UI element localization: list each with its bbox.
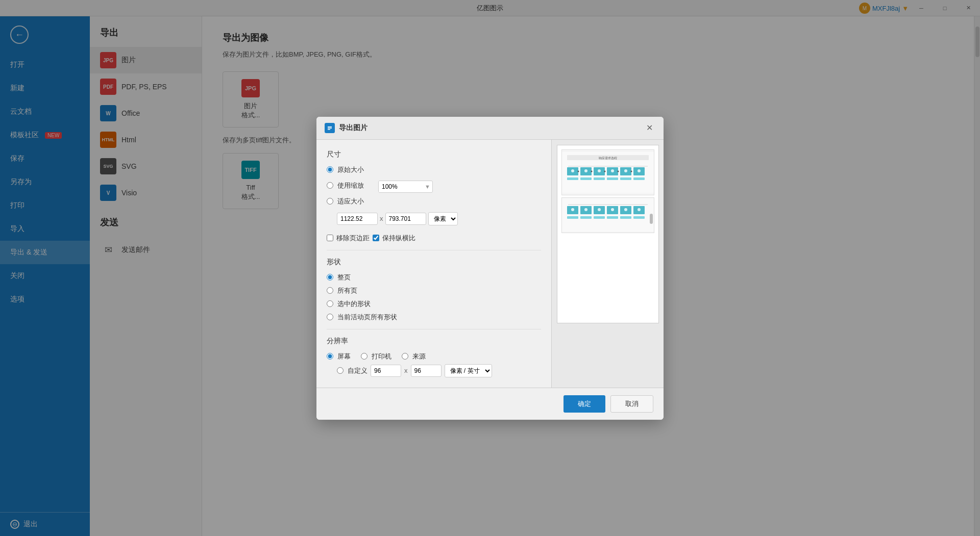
- shape-radio-group: 整页 所有页 选中的形状 当前活动页所有形状: [327, 273, 541, 322]
- svg-point-16: [598, 169, 601, 172]
- size-radio-group: 原始大小 使用缩放 ▼ 适应大小: [327, 165, 541, 243]
- shape-section-label: 形状: [327, 258, 541, 267]
- svg-point-40: [584, 208, 587, 211]
- svg-point-39: [571, 208, 574, 211]
- modal-header-left: 导出图片: [325, 123, 368, 133]
- modal-body: 尺寸 原始大小 使用缩放 ▼: [316, 140, 664, 388]
- custom-y-input[interactable]: [411, 365, 442, 377]
- svg-point-28: [604, 170, 605, 172]
- modal-overlay: 导出图片 ✕ 尺寸 原始大小 使用缩放: [0, 0, 980, 536]
- zoom-input-area: ▼: [378, 181, 433, 193]
- res-option-screen: 屏幕: [327, 352, 351, 361]
- width-input[interactable]: [337, 213, 378, 225]
- modal-close-button[interactable]: ✕: [643, 122, 655, 134]
- preview-area: 响应需求选程: [557, 145, 659, 323]
- remove-margin-checkbox[interactable]: [327, 235, 333, 241]
- svg-rect-1: [328, 126, 332, 127]
- svg-rect-46: [580, 216, 592, 219]
- size-original-radio[interactable]: [327, 166, 333, 173]
- preview-image-bottom: [561, 197, 654, 233]
- size-fit-radio[interactable]: [327, 198, 333, 205]
- modal-title: 导出图片: [339, 123, 368, 133]
- custom-x-input[interactable]: [371, 365, 401, 377]
- cancel-button[interactable]: 取消: [610, 395, 653, 413]
- custom-x-separator: x: [404, 367, 408, 374]
- size-fit-label[interactable]: 适应大小: [337, 197, 364, 206]
- svg-rect-48: [607, 216, 618, 219]
- svg-point-29: [617, 170, 619, 172]
- svg-point-17: [611, 169, 614, 172]
- keep-ratio-label[interactable]: 保持纵横比: [382, 234, 415, 243]
- remove-margin-label[interactable]: 移除页边距: [336, 234, 370, 243]
- shape-option-current: 当前活动页所有形状: [327, 313, 541, 322]
- shape-option-allpages: 所有页: [327, 286, 541, 295]
- size-zoom-radio[interactable]: [327, 182, 333, 189]
- res-print-label[interactable]: 打印机: [372, 352, 391, 361]
- res-option-print: 打印机: [361, 352, 391, 361]
- svg-text:响应需求选程: 响应需求选程: [599, 156, 617, 160]
- res-custom-label[interactable]: 自定义: [348, 366, 368, 375]
- modal-right: 响应需求选程: [551, 140, 664, 388]
- size-option-original: 原始大小: [327, 165, 541, 174]
- res-radio-row: 屏幕 打印机 来源: [327, 352, 541, 361]
- res-source-label[interactable]: 来源: [412, 352, 426, 361]
- res-section-label: 分辨率: [327, 337, 541, 346]
- modal-left: 尺寸 原始大小 使用缩放 ▼: [316, 140, 551, 388]
- shape-option-fullpage: 整页: [327, 273, 541, 282]
- res-print-radio[interactable]: [361, 353, 368, 360]
- custom-unit-select[interactable]: 像素 / 英寸: [445, 364, 492, 377]
- zoom-value-input[interactable]: [379, 181, 425, 192]
- modal-footer: 确定 取消: [316, 388, 664, 420]
- size-original-label[interactable]: 原始大小: [337, 165, 364, 174]
- svg-rect-3: [328, 129, 330, 130]
- svg-rect-23: [607, 177, 618, 180]
- svg-rect-49: [620, 216, 631, 219]
- svg-point-41: [598, 208, 601, 211]
- svg-rect-45: [567, 216, 578, 219]
- res-screen-label[interactable]: 屏幕: [337, 352, 351, 361]
- svg-point-27: [591, 170, 592, 172]
- shape-current-label[interactable]: 当前活动页所有形状: [337, 313, 397, 322]
- svg-rect-20: [567, 177, 578, 180]
- shape-selected-radio[interactable]: [327, 300, 333, 307]
- svg-rect-25: [633, 177, 645, 180]
- svg-point-30: [630, 170, 632, 172]
- svg-point-18: [624, 169, 627, 172]
- preview-svg-top: 响应需求选程: [562, 152, 654, 193]
- svg-point-42: [611, 208, 614, 211]
- res-custom-radio-row: 自定义: [337, 366, 368, 375]
- svg-rect-21: [580, 177, 592, 180]
- res-screen-radio[interactable]: [327, 353, 333, 360]
- shape-selected-label[interactable]: 选中的形状: [337, 299, 371, 309]
- x-separator: x: [380, 215, 383, 222]
- zoom-input-wrap: ▼: [378, 181, 433, 193]
- size-section-label: 尺寸: [327, 150, 541, 159]
- shape-option-selected: 选中的形状: [327, 299, 541, 309]
- custom-inputs-row: 自定义 x 像素 / 英寸: [337, 364, 541, 377]
- svg-rect-31: [562, 198, 654, 232]
- svg-rect-2: [328, 127, 332, 129]
- size-zoom-label[interactable]: 使用缩放: [337, 181, 364, 190]
- unit-select[interactable]: 像素: [428, 212, 458, 225]
- shape-allpages-radio[interactable]: [327, 287, 333, 294]
- shape-fullpage-radio[interactable]: [327, 274, 333, 280]
- svg-rect-47: [594, 216, 605, 219]
- confirm-button[interactable]: 确定: [564, 395, 605, 413]
- size-option-zoom: 使用缩放 ▼: [327, 178, 541, 193]
- shape-fullpage-label[interactable]: 整页: [337, 273, 351, 282]
- svg-rect-51: [650, 214, 653, 224]
- shape-current-radio[interactable]: [327, 314, 333, 320]
- export-image-dialog: 导出图片 ✕ 尺寸 原始大小 使用缩放: [316, 117, 664, 420]
- height-input[interactable]: [385, 213, 426, 225]
- res-option-source: 来源: [402, 352, 426, 361]
- svg-rect-50: [633, 216, 645, 219]
- modal-title-icon: [325, 123, 335, 133]
- res-source-radio[interactable]: [402, 353, 408, 360]
- keep-ratio-checkbox[interactable]: [373, 235, 379, 241]
- svg-point-14: [571, 169, 574, 172]
- preview-image-top: 响应需求选程: [561, 149, 654, 195]
- fit-inputs: x 像素: [337, 212, 541, 225]
- shape-allpages-label[interactable]: 所有页: [337, 286, 357, 295]
- svg-point-15: [584, 169, 587, 172]
- res-custom-radio[interactable]: [337, 367, 344, 374]
